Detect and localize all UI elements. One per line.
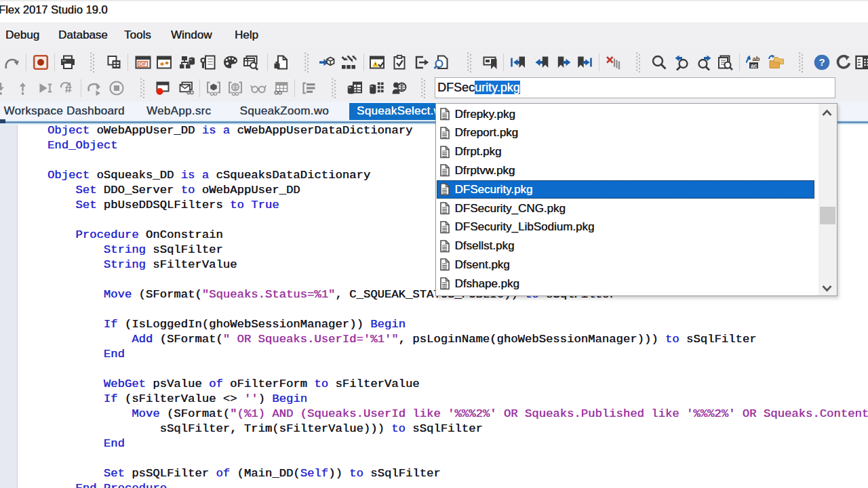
svg-text:ac: ac	[751, 62, 757, 69]
svg-text:?: ?	[818, 56, 825, 68]
svg-text:ab: ab	[753, 55, 760, 62]
svg-text:DF: DF	[139, 61, 146, 67]
